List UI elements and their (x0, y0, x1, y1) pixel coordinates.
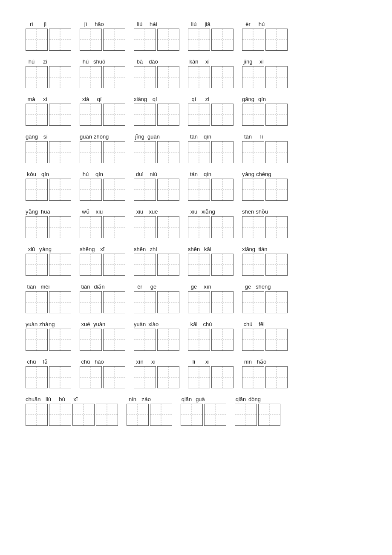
group-7-3: gēxīn (188, 283, 233, 313)
char-box (134, 104, 156, 126)
group-boxes (188, 66, 233, 88)
group-labels: kànxì (188, 58, 233, 65)
group-boxes (26, 254, 71, 276)
char-box (80, 366, 102, 388)
group-labels: gēshēng (242, 283, 288, 290)
group-3-0: gāngsī (26, 133, 71, 163)
group-labels: húshuō (80, 58, 125, 65)
group-labels: rìjì (26, 21, 71, 27)
group-boxes (80, 179, 125, 201)
char-box (157, 29, 179, 51)
pinyin-1: qín (93, 171, 105, 177)
group-4-4: yǎngchéng (242, 171, 288, 201)
pinyin-0: liú (134, 21, 146, 27)
group-labels: xiūxué (134, 208, 179, 215)
pinyin-0: guān (80, 133, 92, 140)
pinyin-1: qín (202, 171, 213, 177)
pinyin-2: bù (56, 396, 68, 402)
char-box (49, 329, 71, 351)
pinyin-0: jīng (242, 58, 254, 65)
page: rìjìjìhāoliúhǎiliújiāèrhúhúzihúshuōbādào… (0, 0, 392, 555)
pinyin-1: fǎ (39, 358, 51, 365)
char-box (157, 216, 179, 238)
group-labels: húzi (26, 58, 71, 65)
char-box (26, 141, 48, 163)
char-box (80, 179, 102, 201)
char-box (26, 179, 48, 201)
pinyin-0: tán (188, 133, 200, 140)
group-1-2: bādào (134, 58, 179, 88)
group-labels: tánqín (188, 171, 233, 177)
group-boxes (188, 141, 233, 163)
char-box (242, 329, 264, 351)
pinyin-0: tán (242, 133, 254, 140)
group-boxes (134, 141, 179, 163)
pinyin-1: gē (147, 283, 159, 290)
group-labels: nínhǎo (242, 358, 288, 365)
char-box (265, 291, 288, 313)
group-labels: duìniú (134, 171, 179, 177)
pinyin-0: lì (188, 358, 200, 365)
char-box (103, 104, 125, 126)
pinyin-1: hào (93, 358, 105, 365)
pinyin-0: jì (80, 21, 92, 27)
group-labels: jǐngguān (134, 133, 179, 140)
pinyin-1: yǎng (39, 246, 52, 252)
char-box (211, 179, 233, 201)
group-6-4: xiāngtián (242, 246, 288, 276)
char-box (211, 366, 233, 388)
char-box (242, 291, 264, 313)
group-labels: tiándiǎn (80, 283, 125, 290)
spacer (26, 317, 366, 321)
pinyin-0: xiū (134, 208, 146, 215)
pinyin-1: lì (256, 133, 268, 140)
group-labels: chúhào (80, 358, 125, 365)
group-labels: yǎngchéng (242, 171, 288, 177)
char-box (242, 216, 264, 238)
char-box (80, 291, 102, 313)
group-labels: liúhǎi (134, 21, 179, 27)
char-box (188, 104, 210, 126)
char-box (242, 66, 264, 88)
char-box (157, 179, 179, 201)
group-boxes (188, 216, 233, 238)
pinyin-0: jǐng (134, 133, 146, 140)
group-5-1: wǔxiū (80, 208, 125, 238)
char-box (157, 291, 179, 313)
boxes-row-8: yuànzhǎngxuéyuànyuànxiàokāichúchúfēi (26, 321, 366, 351)
pinyin-1: dào (147, 58, 159, 65)
top-line (26, 13, 366, 13)
char-box (188, 291, 210, 313)
group-boxes (127, 404, 172, 426)
group-4-2: duìniú (134, 171, 179, 201)
group-boxes (26, 179, 71, 201)
pinyin-1: xī (202, 358, 213, 365)
group-boxes (80, 254, 125, 276)
pinyin-0: yǎng (242, 171, 254, 177)
group-boxes (80, 216, 125, 238)
pinyin-0: èr (242, 21, 254, 27)
group-labels: tánlì (242, 133, 288, 140)
char-box (103, 29, 125, 51)
group-labels: lìxī (188, 358, 233, 365)
pinyin-1: huā (40, 208, 52, 215)
char-box (265, 141, 288, 163)
pinyin-1: xīn (202, 283, 213, 290)
pinyin-1: xì (256, 58, 268, 65)
pinyin-1: zǐ (202, 96, 213, 102)
group-boxes (242, 29, 288, 51)
group-labels: xiūyǎng (26, 246, 71, 252)
pinyin-1: tián (257, 246, 269, 252)
pinyin-1: sī (40, 133, 52, 140)
pinyin-1: zhǎng (39, 321, 55, 327)
char-box (211, 66, 233, 88)
pinyin-0: yuàn (26, 321, 37, 327)
char-box (103, 179, 125, 201)
row-4: kǒuqínhúqínduìniútánqínyǎngchéng (26, 171, 366, 201)
pinyin-1: shēng (256, 283, 271, 290)
char-box (49, 254, 71, 276)
char-box (157, 66, 179, 88)
group-labels: mǎxì (26, 96, 71, 102)
char-box (26, 66, 48, 88)
group-labels: chuānliúbùxī (26, 396, 118, 402)
